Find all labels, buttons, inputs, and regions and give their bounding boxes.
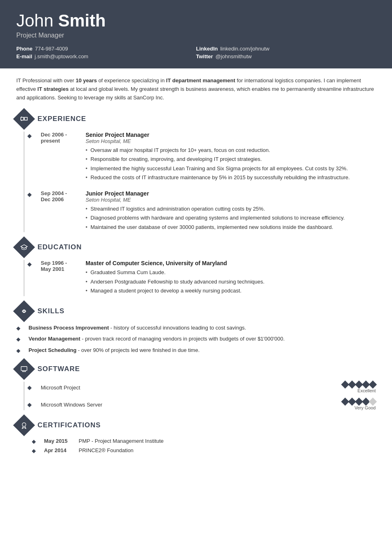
certifications-icon (20, 422, 28, 429)
skill-item-3: Project Scheduling - over 90% of project… (16, 346, 376, 354)
education-title: EDUCATION (37, 243, 82, 251)
software-name-2: Microsoft Windows Server (41, 402, 102, 408)
skills-section: SKILLS Business Process Improvement - hi… (16, 303, 376, 354)
degree-title-1: Master of Computer Science, University o… (86, 260, 376, 266)
edu-item-1: Sep 1996 - May 2001 Master of Computer S… (33, 260, 376, 296)
software-list: Microsoft Project Excellent Microsoft Wi… (24, 382, 376, 410)
twitter-value: @johnsmithutw (216, 53, 252, 59)
experience-timeline: Dec 2006 - present Senior Project Manage… (24, 132, 376, 233)
cert-name-1: PMP - Project Management Institute (79, 438, 164, 444)
bullet: Maintained the user database of over 300… (86, 223, 376, 231)
software-icon (20, 365, 28, 373)
dot-empty (369, 398, 377, 406)
software-title: SOFTWARE (37, 365, 80, 373)
rating-dots-1 (342, 382, 376, 387)
contact-info: Phone774-987-4009 LinkedInlinkedin.com/j… (16, 46, 376, 59)
first-name: John (16, 11, 53, 30)
twitter-label: Twitter (196, 53, 213, 59)
skill-desc-2: - proven track record of managing vendor… (80, 336, 284, 342)
bullet: Implemented the highly successful Lean T… (86, 165, 376, 173)
job-company-2: Seton Hospital, ME (86, 197, 376, 203)
skill-item-1: Business Process Improvement - history o… (16, 324, 376, 332)
education-icon-diamond (13, 236, 35, 258)
job-item-2: Sep 2004 - Dec 2006 Junior Project Manag… (33, 190, 376, 233)
software-rating-1: Excellent (342, 382, 376, 393)
summary-bold-3: IT strategies (37, 86, 69, 92)
experience-icon (20, 115, 28, 123)
skill-name-2: Vendor Management (29, 336, 80, 342)
edu-date-1: Sep 1996 - May 2001 (41, 260, 86, 296)
skill-desc-1: - history of successful innovations lead… (109, 325, 246, 331)
edu-bullets-1: Graduated Summa Cum Laude. Andersen Post… (86, 268, 376, 295)
email-label: E-mail (16, 53, 32, 59)
summary-text-1: IT Professional with over (16, 77, 76, 84)
job-bullets-1: Oversaw all major hospital IT projects f… (86, 146, 376, 182)
skills-icon-diamond (13, 300, 35, 322)
software-name-1: Microsoft Project (41, 385, 80, 391)
certifications-list: May 2015 PMP - Project Management Instit… (16, 438, 376, 453)
software-icon-diamond (13, 358, 35, 380)
bullet: Andersen Postgraduate Fellowship to stud… (86, 278, 376, 286)
job-title-2: Junior Project Manager (86, 190, 376, 197)
skills-header: SKILLS (16, 303, 376, 319)
cert-item-2: Apr 2014 PRINCE2® Foundation (32, 447, 376, 453)
certifications-section: CERTIFICATIONS May 2015 PMP - Project Ma… (16, 418, 376, 453)
job-body-1: Senior Project Manager Seton Hospital, M… (86, 132, 376, 183)
software-item-1: Microsoft Project Excellent (33, 382, 376, 393)
job-content-2: Sep 2004 - Dec 2006 Junior Project Manag… (41, 190, 376, 233)
summary-bold-1: 10 years (76, 77, 97, 84)
phone-label: Phone (16, 46, 33, 52)
linkedin-value: linkedin.com/johnutw (220, 46, 269, 52)
summary-section: IT Professional with over 10 years of ex… (16, 77, 376, 102)
certifications-title: CERTIFICATIONS (37, 421, 101, 429)
education-header: EDUCATION (16, 240, 376, 255)
rating-label-1: Excellent (357, 388, 376, 393)
education-icon (20, 244, 28, 251)
rating-label-2: Very Good (355, 405, 376, 410)
edu-body-1: Master of Computer Science, University o… (86, 260, 376, 296)
svg-rect-0 (21, 117, 24, 120)
education-timeline: Sep 1996 - May 2001 Master of Computer S… (24, 260, 376, 296)
certifications-header: CERTIFICATIONS (16, 418, 376, 433)
software-rating-2: Very Good (342, 399, 376, 410)
job-item-1: Dec 2006 - present Senior Project Manage… (33, 132, 376, 183)
summary-text-2: of experience specializing in (97, 77, 166, 84)
skill-item-2: Vendor Management - proven track record … (16, 335, 376, 343)
certifications-icon-diamond (13, 414, 35, 436)
skills-icon (20, 308, 28, 315)
software-section: SOFTWARE Microsoft Project Excellent M (16, 361, 376, 410)
bullet: Diagnosed problems with hardware and ope… (86, 214, 376, 222)
experience-header: EXPERIENCE (16, 111, 376, 127)
resume-header: John Smith Project Manager Phone774-987-… (0, 0, 392, 68)
experience-title: EXPERIENCE (37, 115, 86, 123)
cert-date-1: May 2015 (44, 438, 70, 444)
cert-date-2: Apr 2014 (44, 447, 70, 453)
svg-rect-6 (21, 367, 27, 371)
bullet: Managed a student project to develop a w… (86, 287, 376, 295)
linkedin-label: LinkedIn (196, 46, 218, 52)
email-contact: E-mailj.smith@uptowork.com (16, 53, 196, 59)
summary-text-4: at local and global levels. My greatest … (16, 86, 374, 101)
job-body-2: Junior Project Manager Seton Hospital, M… (86, 190, 376, 233)
bullet: Responsible for creating, improving, and… (86, 155, 376, 163)
software-item-2: Microsoft Windows Server Very Good (33, 399, 376, 410)
candidate-title: Project Manager (16, 32, 376, 39)
skill-name-1: Business Process Improvement (29, 325, 109, 331)
bullet: Streamlined IT logistics and administrat… (86, 205, 376, 213)
edu-content-1: Sep 1996 - May 2001 Master of Computer S… (41, 260, 376, 296)
cert-item-1: May 2015 PMP - Project Management Instit… (32, 438, 376, 444)
last-name: Smith (58, 11, 106, 30)
education-section: EDUCATION Sep 1996 - May 2001 Master of … (16, 240, 376, 296)
software-header: SOFTWARE (16, 361, 376, 377)
bullet: Oversaw all major hospital IT projects f… (86, 146, 376, 154)
bullet: Reduced the costs of IT infrastructure m… (86, 174, 376, 182)
skills-title: SKILLS (37, 307, 64, 315)
rating-dots-2 (342, 399, 376, 405)
svg-point-5 (23, 310, 25, 312)
phone-contact: Phone774-987-4009 (16, 46, 196, 52)
candidate-name: John Smith (16, 11, 376, 30)
dot (369, 380, 377, 389)
job-date-2: Sep 2004 - Dec 2006 (41, 190, 86, 233)
job-date-1: Dec 2006 - present (41, 132, 86, 183)
cert-name-2: PRINCE2® Foundation (79, 447, 134, 453)
